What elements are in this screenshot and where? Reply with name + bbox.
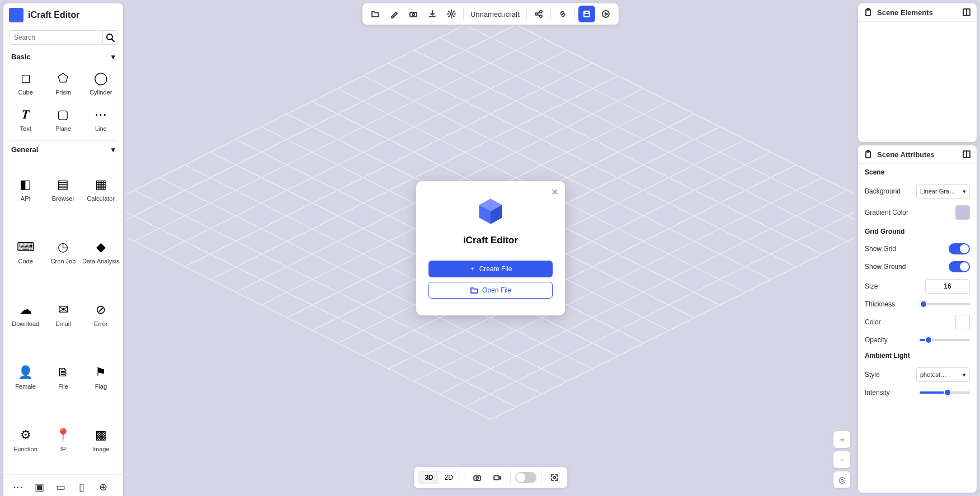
element-error[interactable]: ⊘Error: [82, 284, 120, 344]
thickness-label: Thickness: [865, 300, 895, 308]
element-label: Cube: [18, 89, 33, 96]
ip-icon: 📍: [54, 426, 73, 445]
flag-icon: ⚑: [91, 363, 110, 382]
element-label: Flag: [95, 383, 107, 390]
svg-line-1: [112, 39, 114, 41]
element-ip[interactable]: 📍IP: [44, 409, 82, 470]
element-label: Prism: [55, 89, 71, 96]
app-title: iCraft Editor: [28, 10, 79, 20]
clipboard-icon: [864, 150, 873, 159]
ambient-light-label: Ambient Light: [858, 347, 977, 364]
element-image[interactable]: ▩Image: [82, 409, 120, 470]
element-female[interactable]: 👤Female: [7, 347, 44, 407]
element-line[interactable]: ⋯Line: [82, 102, 120, 136]
show-grid-label: Show Grid: [865, 245, 896, 253]
gradient-color-swatch[interactable]: [955, 205, 970, 220]
section-general-header[interactable]: General ▾: [3, 141, 123, 158]
chevron-down-icon: ▾: [111, 53, 115, 61]
expand-icon[interactable]: [962, 8, 971, 17]
element-label: Browser: [52, 195, 74, 202]
scene-elements-title: Scene Elements: [877, 8, 933, 17]
cube-icon: ◻: [16, 69, 35, 88]
create-file-button[interactable]: ＋ Create File: [428, 261, 553, 277]
opacity-label: Opacity: [865, 336, 888, 344]
element-label: Code: [18, 258, 33, 265]
show-ground-label: Show Ground: [865, 263, 906, 271]
size-input[interactable]: [925, 279, 970, 294]
element-text[interactable]: 𝑻Text: [7, 102, 44, 136]
open-file-label: Open File: [482, 286, 511, 294]
folder-open-icon: [470, 286, 479, 295]
style-select[interactable]: photost…▾: [916, 367, 970, 382]
element-flag[interactable]: ⚑Flag: [82, 347, 120, 407]
element-code[interactable]: ⌨Code: [7, 221, 44, 282]
package-icon[interactable]: ▣: [31, 479, 47, 495]
show-grid-toggle[interactable]: [949, 243, 970, 254]
close-icon[interactable]: ✕: [551, 187, 558, 197]
element-api[interactable]: ◧API: [7, 158, 44, 219]
background-value: Linear Gra…: [920, 188, 955, 195]
element-function[interactable]: ⚙Function: [7, 409, 44, 470]
plane-icon: ▢: [54, 105, 73, 124]
intensity-label: Intensity: [865, 389, 890, 396]
cylinder-icon: ◯: [91, 69, 110, 88]
show-ground-toggle[interactable]: [949, 261, 970, 272]
element-label: Data Analysis: [82, 258, 120, 265]
background-select[interactable]: Linear Gra…▾: [916, 184, 970, 199]
element-cron-job[interactable]: ◷Cron Job: [44, 221, 82, 282]
email-icon: ✉: [54, 300, 73, 319]
expand-icon[interactable]: [962, 150, 971, 159]
element-label: Cylinder: [89, 89, 112, 96]
element-data-analysis[interactable]: ◆Data Analysis: [82, 221, 120, 282]
section-basic-title: Basic: [11, 53, 31, 61]
style-value: photost…: [920, 371, 946, 378]
open-file-button[interactable]: Open File: [428, 282, 553, 299]
briefcase-icon[interactable]: ▯: [74, 479, 89, 495]
search-button[interactable]: [103, 30, 117, 45]
element-cube[interactable]: ◻Cube: [7, 65, 44, 100]
female-icon: 👤: [16, 363, 35, 382]
browser-icon: ▤: [54, 175, 73, 194]
background-label: Background: [865, 187, 901, 195]
grid-color-swatch[interactable]: [955, 315, 970, 329]
element-label: Download: [12, 320, 39, 328]
element-label: Text: [20, 125, 31, 133]
element-download[interactable]: ☁Download: [7, 284, 44, 344]
element-label: Function: [14, 446, 37, 453]
image-icon[interactable]: ▭: [53, 479, 68, 495]
api-icon: ◧: [16, 175, 35, 194]
element-label: API: [21, 195, 31, 202]
element-label: File: [58, 383, 68, 390]
plus-icon: ＋: [469, 264, 476, 273]
app-logo-large: [475, 196, 506, 227]
chevron-down-icon: ▾: [963, 188, 966, 195]
cron-job-icon: ◷: [54, 238, 73, 257]
element-email[interactable]: ✉Email: [44, 284, 82, 344]
element-calculator[interactable]: ▦Calculator: [82, 158, 120, 219]
element-cylinder[interactable]: ◯Cylinder: [82, 65, 120, 100]
intensity-slider[interactable]: [920, 391, 970, 394]
calculator-icon: ▦: [91, 175, 110, 194]
opacity-slider[interactable]: [920, 339, 970, 341]
file-icon: 🗎: [54, 363, 73, 382]
element-file[interactable]: 🗎File: [44, 347, 82, 407]
thickness-slider[interactable]: [920, 303, 970, 305]
create-file-label: Create File: [479, 265, 512, 273]
element-label: Email: [55, 320, 71, 328]
color-label: Color: [865, 318, 881, 326]
error-icon: ⊘: [91, 300, 110, 319]
add-icon[interactable]: ⊕: [95, 479, 111, 495]
element-browser[interactable]: ▤Browser: [44, 158, 82, 219]
section-basic-header[interactable]: Basic ▾: [3, 48, 123, 65]
element-prism[interactable]: ⬠Prism: [44, 65, 82, 100]
grid-ground-label: Grid Ground: [858, 223, 977, 240]
element-label: Calculator: [87, 195, 115, 202]
style-label: Style: [865, 371, 880, 379]
data-analysis-icon: ◆: [91, 238, 110, 257]
image-icon: ▩: [91, 426, 110, 445]
text-icon: 𝑻: [16, 105, 35, 124]
element-plane[interactable]: ▢Plane: [44, 102, 82, 136]
element-label: Female: [15, 383, 36, 390]
more-icon[interactable]: ⋯: [10, 479, 26, 495]
search-input[interactable]: [9, 30, 103, 45]
